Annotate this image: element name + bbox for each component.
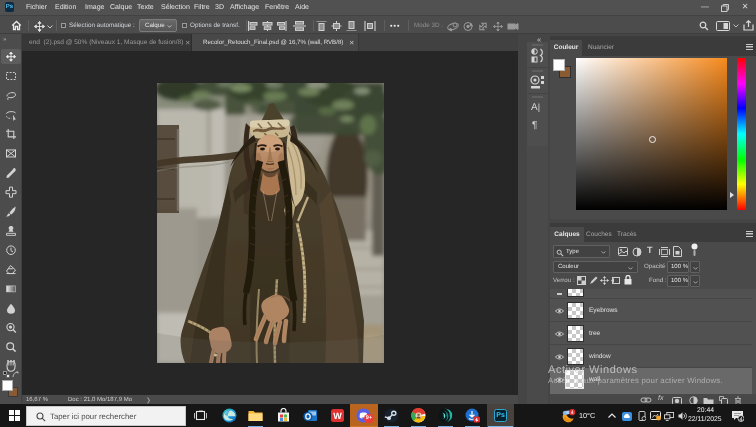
svg-text:4: 4 bbox=[739, 417, 742, 422]
svg-text:4: 4 bbox=[571, 410, 574, 416]
svg-text:W: W bbox=[333, 411, 342, 421]
